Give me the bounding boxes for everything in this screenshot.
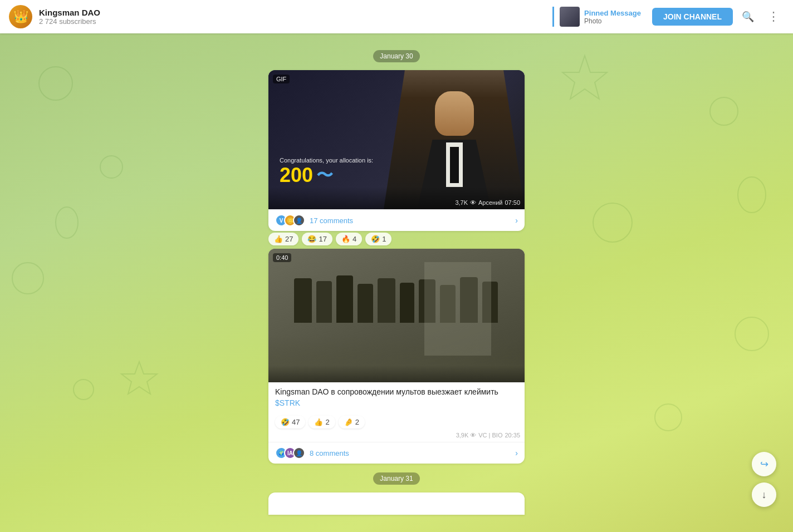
commenter-avatar-2-3: 👤 xyxy=(293,447,305,459)
video-author: VC | BIO xyxy=(478,432,502,439)
reaction-thumbsup-2[interactable]: 👍 2 xyxy=(309,416,335,428)
eye-icon: 👁 xyxy=(470,199,476,206)
pinned-message-title: Pinned Message xyxy=(584,9,641,17)
message-meta-2: 3,9K 👁 VC | BIO 20:35 xyxy=(268,431,525,442)
gif-number-display: 200 〜 xyxy=(280,164,373,187)
reaction-emoji-2: 😂 xyxy=(307,235,316,243)
comment-avatars-1: V 🪙 👤 xyxy=(275,214,305,226)
reactions-row-2-inner: 🤣 47 👍 2 🤌 2 xyxy=(275,416,518,428)
subscriber-count: 2 724 subscribers xyxy=(39,17,552,26)
reaction-emoji-1: 👍 xyxy=(274,235,283,243)
gif-meta: 3,7K 👁 Арсений 07:50 xyxy=(455,199,520,206)
gif-views: 3,7K xyxy=(455,199,468,206)
reaction-pinch-2[interactable]: 🤌 2 xyxy=(339,416,365,428)
reaction-count-3: 4 xyxy=(353,235,356,243)
reaction-emoji-4: 🤣 xyxy=(371,235,380,243)
gif-text-overlay: Congratulations, your allocation is: 200… xyxy=(280,157,373,187)
media-container-gif: Congratulations, your allocation is: 200… xyxy=(268,70,525,209)
video-duration-label: 0:40 xyxy=(273,253,291,262)
search-button[interactable]: 🔍 xyxy=(737,8,758,25)
comments-count-2: 8 comments xyxy=(310,449,515,457)
gif-wave-icon: 〜 xyxy=(316,164,333,187)
date-badge-jan31: January 31 xyxy=(373,472,419,485)
comments-row-1[interactable]: V 🪙 👤 17 comments › xyxy=(268,209,525,231)
views-count-2: 3,9K xyxy=(456,432,469,439)
reaction-emoji-2-1: 🤣 xyxy=(281,418,290,426)
reaction-emoji-2-2: 👍 xyxy=(314,418,323,426)
search-icon: 🔍 xyxy=(742,11,754,23)
eye-icon-2: 👁 xyxy=(470,432,476,439)
comments-arrow-1: › xyxy=(515,216,518,225)
more-options-button[interactable]: ⋮ xyxy=(763,7,784,26)
commenter-avatar-3: 👤 xyxy=(293,214,305,226)
date-badge-jan30: January 30 xyxy=(373,50,419,62)
channel-avatar: 👑 xyxy=(9,5,32,28)
reaction-count-4: 1 xyxy=(382,235,386,243)
reactions-row-1: 👍 27 😂 17 🔥 4 🤣 1 xyxy=(268,233,525,245)
gif-media: Congratulations, your allocation is: 200… xyxy=(268,70,525,209)
reaction-rofl-2[interactable]: 🤣 47 xyxy=(275,416,305,428)
reaction-count-2: 17 xyxy=(319,235,326,243)
message-text-2: Kingsman DAO в сопровождении мультов вые… xyxy=(268,382,525,411)
video-media xyxy=(268,249,525,382)
header-actions: Pinned Message Photo JOIN CHANNEL 🔍 ⋮ xyxy=(552,7,784,27)
pinned-thumbnail xyxy=(560,7,580,27)
comment-avatars-2: 🌍 IA 👤 xyxy=(275,447,305,459)
pinned-text: Pinned Message Photo xyxy=(584,9,641,25)
reaction-count-2-1: 47 xyxy=(292,418,300,426)
header: 👑 Kingsman DAO 2 724 subscribers Pinned … xyxy=(0,0,793,33)
strk-link[interactable]: $STRK xyxy=(275,398,300,407)
reaction-count-2-2: 2 xyxy=(325,418,329,426)
channel-info: Kingsman DAO 2 724 subscribers xyxy=(39,8,552,26)
gif-label: GIF xyxy=(273,75,290,83)
gif-congrats-text: Congratulations, your allocation is: xyxy=(280,157,373,164)
chat-area: January 30 xyxy=(0,33,793,532)
comments-count-1: 17 comments xyxy=(310,216,515,225)
reaction-rofl[interactable]: 🤣 1 xyxy=(365,233,391,245)
pinned-message-section[interactable]: Pinned Message Photo xyxy=(552,7,641,27)
reaction-fire[interactable]: 🔥 4 xyxy=(336,233,362,245)
join-channel-button[interactable]: JOIN CHANNEL xyxy=(652,8,733,26)
message-1: Congratulations, your allocation is: 200… xyxy=(268,70,525,245)
more-icon: ⋮ xyxy=(767,9,780,24)
reactions-inside: 🤣 47 👍 2 🤌 2 xyxy=(268,411,525,431)
video-time: 20:35 xyxy=(505,432,520,439)
reaction-thumbsup[interactable]: 👍 27 xyxy=(268,233,298,245)
comments-row-2[interactable]: 🌍 IA 👤 8 comments › xyxy=(268,442,525,464)
message-body-text: Kingsman DAO в сопровождении мультов вые… xyxy=(275,387,498,396)
comments-arrow-2: › xyxy=(515,449,518,457)
gif-time: 07:50 xyxy=(505,199,520,206)
channel-name: Kingsman DAO xyxy=(39,8,552,17)
message-2: 0:40 Kingsman DAO в сопровождении мульто… xyxy=(268,249,525,464)
message-bubble-1: Congratulations, your allocation is: 200… xyxy=(268,70,525,231)
reaction-count-2-3: 2 xyxy=(355,418,359,426)
message-bubble-2: 0:40 Kingsman DAO в сопровождении мульто… xyxy=(268,249,525,464)
reaction-count-1: 27 xyxy=(285,235,293,243)
gif-author: Арсений xyxy=(478,199,502,206)
next-message-partial xyxy=(268,492,525,515)
reaction-emoji-2-3: 🤌 xyxy=(344,418,353,426)
pinned-message-sub: Photo xyxy=(584,17,641,25)
reaction-laughing[interactable]: 😂 17 xyxy=(302,233,332,245)
reaction-emoji-3: 🔥 xyxy=(341,235,350,243)
media-container-video: 0:40 xyxy=(268,249,525,382)
video-views: 3,9K 👁 xyxy=(456,432,477,439)
